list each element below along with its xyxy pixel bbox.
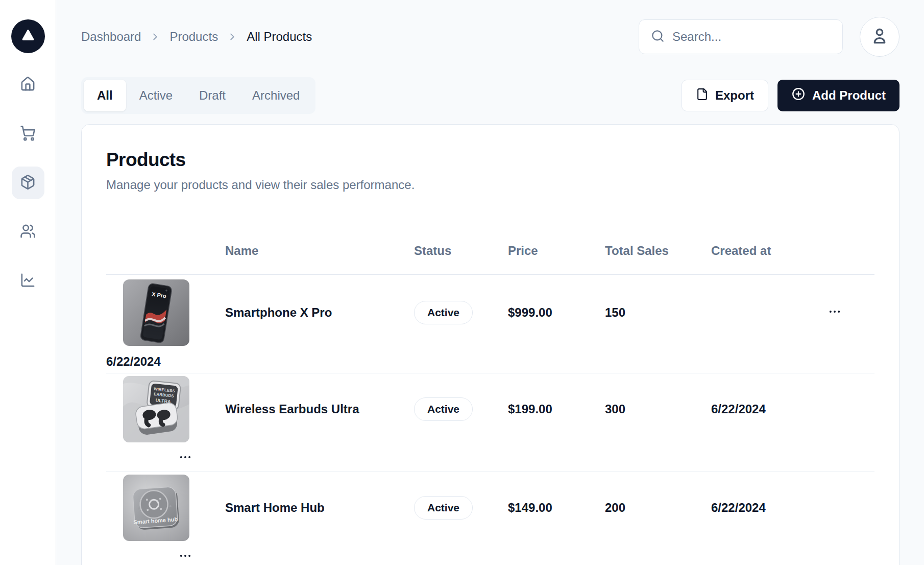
search-icon xyxy=(651,29,665,45)
tab-all[interactable]: All xyxy=(84,80,126,111)
add-product-button-label: Add Product xyxy=(812,88,886,103)
more-horizontal-icon xyxy=(828,304,842,320)
product-name: Smartphone X Pro xyxy=(225,305,414,320)
table-header-total-sales: Total Sales xyxy=(605,244,711,258)
product-price: $149.00 xyxy=(508,501,605,515)
tab-active[interactable]: Active xyxy=(126,80,186,111)
product-price: $199.00 xyxy=(508,402,605,416)
package-icon xyxy=(20,174,36,192)
topbar: Dashboard Products All Products xyxy=(81,0,899,57)
product-created-at: 6/22/2024 xyxy=(711,402,874,416)
more-horizontal-icon xyxy=(178,549,192,564)
line-chart-icon xyxy=(20,272,36,290)
home-icon xyxy=(20,76,36,94)
sidebar-item-products[interactable] xyxy=(12,167,44,199)
table-header-row: Name Status Price Total Sales Created at xyxy=(106,227,874,275)
user-icon xyxy=(869,26,890,48)
tab-draft[interactable]: Draft xyxy=(186,80,239,111)
table-row: WIRELESS EARBUDS ULTRA xyxy=(106,373,874,472)
circle-plus-icon xyxy=(791,87,806,104)
row-actions xyxy=(823,301,874,324)
sidebar-item-analytics[interactable] xyxy=(12,265,44,297)
smart-hub-photo: Smart home hub xyxy=(123,475,189,541)
table-header-created-at: Created at xyxy=(711,244,874,258)
product-image-cell: Smart home hub xyxy=(106,475,225,541)
sidebar xyxy=(0,0,56,565)
products-table: Name Status Price Total Sales Created at xyxy=(106,227,874,565)
row-actions xyxy=(174,546,225,565)
products-card: Products Manage your products and view t… xyxy=(81,124,899,565)
product-total-sales: 300 xyxy=(605,402,711,416)
row-menu-button[interactable] xyxy=(174,447,197,469)
product-name: Smart Home Hub xyxy=(225,501,414,515)
toolbar: All Active Draft Archived Export Add Pro… xyxy=(81,77,899,114)
search-box xyxy=(639,19,843,54)
filter-tabs: All Active Draft Archived xyxy=(81,77,315,114)
users-icon xyxy=(20,223,36,241)
status-badge: Active xyxy=(414,496,473,520)
tab-archived[interactable]: Archived xyxy=(239,80,313,111)
table-row: Smart home hub Smart Home Hub Active $14… xyxy=(106,472,874,565)
product-image-cell: X Pro xyxy=(106,279,225,346)
export-button[interactable]: Export xyxy=(682,80,768,111)
more-horizontal-icon xyxy=(178,450,192,466)
smartphone-photo: X Pro xyxy=(123,279,189,346)
product-name: Wireless Earbuds Ultra xyxy=(225,402,414,416)
page-description: Manage your products and view their sale… xyxy=(106,178,874,192)
breadcrumb-all-products: All Products xyxy=(247,30,312,44)
product-created-at: 6/22/2024 xyxy=(106,355,225,369)
file-icon xyxy=(696,88,709,104)
triangle-logo-icon xyxy=(19,27,37,46)
product-total-sales: 200 xyxy=(605,501,711,515)
sidebar-item-customers[interactable] xyxy=(12,216,44,248)
app-logo[interactable] xyxy=(11,19,45,53)
row-menu-button[interactable] xyxy=(174,546,197,565)
table-row: X Pro Smartphone X Pro Active $999.00 15… xyxy=(106,275,874,373)
chevron-right-icon xyxy=(227,31,238,42)
sidebar-item-home[interactable] xyxy=(12,68,44,101)
breadcrumb-dashboard[interactable]: Dashboard xyxy=(81,30,141,44)
sidebar-nav xyxy=(12,68,44,297)
breadcrumb: Dashboard Products All Products xyxy=(81,30,312,44)
product-image-cell: WIRELESS EARBUDS ULTRA xyxy=(106,376,225,442)
row-actions xyxy=(174,447,225,469)
product-created-at: 6/22/2024 xyxy=(711,501,874,515)
sidebar-item-orders[interactable] xyxy=(12,117,44,150)
product-total-sales: 150 xyxy=(605,305,711,320)
page-title: Products xyxy=(106,149,874,171)
export-button-label: Export xyxy=(715,88,754,103)
main-content: Dashboard Products All Products xyxy=(56,0,924,565)
user-menu-button[interactable] xyxy=(860,17,899,57)
search-input[interactable] xyxy=(672,30,831,44)
table-header-status: Status xyxy=(414,244,508,258)
product-price: $999.00 xyxy=(508,305,605,320)
status-badge: Active xyxy=(414,397,473,421)
row-menu-button[interactable] xyxy=(823,301,846,324)
table-header-price: Price xyxy=(508,244,605,258)
earbuds-photo: WIRELESS EARBUDS ULTRA xyxy=(123,376,189,442)
table-header-name: Name xyxy=(225,244,414,258)
status-badge: Active xyxy=(414,301,473,324)
chevron-right-icon xyxy=(150,31,161,42)
breadcrumb-products[interactable]: Products xyxy=(169,30,218,44)
shopping-cart-icon xyxy=(20,125,36,143)
add-product-button[interactable]: Add Product xyxy=(777,80,899,111)
